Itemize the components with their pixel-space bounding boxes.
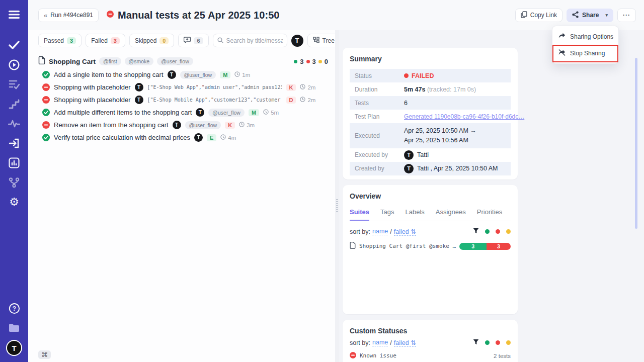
- tab-assignees[interactable]: Assignees: [436, 206, 466, 221]
- tree-view-icon: [313, 37, 319, 45]
- sort-name-link[interactable]: name: [372, 339, 388, 346]
- comments-count-badge: 6: [194, 37, 203, 44]
- tab-priorities[interactable]: Priorities: [477, 206, 503, 221]
- test-title[interactable]: Add multiple different items to the shop…: [54, 109, 192, 116]
- overview-suite-row[interactable]: Shopping Cart @first @smoke … 3 3: [350, 242, 511, 251]
- tab-labels[interactable]: Labels: [405, 206, 424, 221]
- test-plan-link[interactable]: Generated 1190e08b-ca96-4f26-b10f-d6dc…: [404, 113, 524, 120]
- test-row[interactable]: Add multiple different items to the shop…: [28, 106, 335, 119]
- overview-card: Overview Suites Tags Labels Assignees Pr…: [343, 185, 518, 314]
- user-avatar[interactable]: T: [7, 341, 21, 355]
- custom-status-row[interactable]: Known issue 2 tests: [350, 351, 511, 360]
- sort-failed-link[interactable]: failed ⇅: [394, 339, 416, 347]
- command-key-badge[interactable]: ⌘: [38, 350, 51, 359]
- more-options-button[interactable]: ···: [617, 9, 636, 22]
- passed-filter-button[interactable]: Passed 3: [38, 34, 82, 47]
- share-caret-icon[interactable]: ▾: [605, 13, 608, 18]
- skipped-toggle-dot[interactable]: [506, 340, 511, 345]
- summary-label: Status: [355, 72, 404, 79]
- sort-name-link[interactable]: name: [372, 228, 388, 235]
- search-icon: [217, 36, 223, 45]
- passed-filter-label: Passed: [44, 37, 64, 44]
- filter-funnel-icon[interactable]: [473, 339, 479, 346]
- sort-separator: /: [390, 228, 391, 235]
- failed-filter-button[interactable]: Failed 3: [86, 34, 125, 47]
- test-plans-icon[interactable]: [8, 78, 21, 91]
- sharing-options-menu-item[interactable]: Sharing Options: [552, 28, 618, 45]
- run-id-label: Run #494ce891: [50, 12, 93, 19]
- failed-toggle-dot[interactable]: [496, 229, 500, 234]
- tab-tags[interactable]: Tags: [380, 206, 394, 221]
- analytics-icon[interactable]: [8, 156, 21, 169]
- skipped-dot-icon: [318, 60, 322, 63]
- branch-icon[interactable]: [8, 176, 21, 189]
- runs-play-icon[interactable]: [8, 58, 21, 71]
- back-to-run-button[interactable]: « Run #494ce891: [38, 9, 99, 22]
- overview-suite-name[interactable]: Shopping Cart @first @smoke …: [359, 243, 456, 249]
- sort-separator: /: [390, 339, 391, 346]
- test-row[interactable]: Remove an item from the shopping cart T …: [28, 119, 335, 131]
- help-icon[interactable]: ?: [8, 302, 21, 315]
- skipped-filter-button[interactable]: Skipped 0: [129, 34, 175, 47]
- overview-heading: Overview: [350, 192, 511, 200]
- suite-tag[interactable]: @first: [99, 57, 121, 65]
- share-button[interactable]: Share ▾: [567, 9, 613, 22]
- suite-header[interactable]: Shopping Cart @first @smoke @user_flow 3…: [28, 51, 335, 68]
- test-row[interactable]: Shopping with placeholder T ["E-Shop Web…: [28, 81, 335, 94]
- search-input[interactable]: [226, 37, 283, 44]
- test-letter-badge: M: [220, 71, 230, 78]
- test-row[interactable]: Shopping with placeholder T ["E-Shop Mob…: [28, 94, 335, 106]
- share-label: Share: [582, 12, 599, 19]
- import-icon[interactable]: [8, 137, 21, 150]
- test-list-pane: Passed 3 Failed 3 Skipped 0 6 T: [28, 30, 335, 362]
- failed-toggle-dot[interactable]: [496, 340, 500, 345]
- clock-icon: [220, 134, 226, 141]
- pane-resizer[interactable]: [335, 30, 339, 362]
- test-tag[interactable]: @user_flow: [208, 109, 245, 117]
- skipped-toggle-dot[interactable]: [506, 229, 511, 234]
- comments-filter-button[interactable]: 6: [178, 34, 208, 47]
- test-title[interactable]: Verify total price calculation with deci…: [54, 134, 190, 141]
- sharing-options-label: Sharing Options: [570, 33, 613, 40]
- test-letter-badge: M: [249, 109, 259, 116]
- summary-label: Created by: [355, 165, 404, 172]
- settings-gear-icon[interactable]: ⚙: [8, 196, 21, 209]
- custom-status-name[interactable]: Known issue: [360, 352, 396, 359]
- filter-funnel-icon[interactable]: [473, 228, 479, 235]
- assignee-avatar[interactable]: T: [291, 35, 303, 47]
- steps-icon[interactable]: [8, 98, 21, 111]
- suite-tag[interactable]: @smoke: [125, 57, 154, 65]
- passed-toggle-dot[interactable]: [485, 229, 490, 234]
- test-avatar: T: [196, 108, 204, 117]
- passed-toggle-dot[interactable]: [485, 340, 490, 345]
- projects-folder-icon[interactable]: [8, 321, 21, 334]
- passed-bar-segment: 3: [459, 243, 487, 250]
- failed-count-badge: 3: [111, 37, 120, 44]
- tab-suites[interactable]: Suites: [350, 206, 369, 221]
- menu-icon[interactable]: [8, 8, 21, 21]
- test-title[interactable]: Remove an item from the shopping cart: [54, 121, 169, 129]
- test-title[interactable]: Shopping with placeholder: [54, 96, 131, 104]
- sharing-options-icon: [558, 33, 566, 40]
- test-title[interactable]: Shopping with placeholder: [54, 83, 131, 91]
- test-title[interactable]: Add a single item to the shopping cart: [54, 71, 164, 78]
- stop-sharing-menu-item[interactable]: Stop Sharing: [552, 45, 618, 61]
- executed-start: Apr 25, 2025 10:50 AM →: [404, 126, 476, 136]
- resizer-grip-icon[interactable]: [336, 199, 338, 212]
- test-letter-badge: K: [225, 122, 235, 129]
- suite-tag[interactable]: @user_flow: [157, 57, 193, 65]
- test-row[interactable]: Verify total price calculation with deci…: [28, 131, 335, 144]
- copy-link-button[interactable]: Copy Link: [515, 9, 562, 22]
- overview-tabs: Suites Tags Labels Assignees Priorities: [350, 206, 511, 221]
- test-tag[interactable]: @user_flow: [180, 71, 216, 79]
- vertical-scrollbar[interactable]: [635, 58, 637, 229]
- copy-link-label: Copy Link: [530, 12, 557, 19]
- test-letter-badge: K: [286, 84, 296, 91]
- tests-check-icon[interactable]: [8, 39, 21, 52]
- sort-failed-link[interactable]: failed ⇅: [394, 228, 416, 236]
- test-row[interactable]: Add a single item to the shopping cart T…: [28, 68, 335, 81]
- pulse-icon[interactable]: [8, 117, 21, 130]
- test-tag[interactable]: @user_flow: [185, 121, 221, 129]
- test-letter-badge: D: [286, 97, 296, 104]
- suite-name[interactable]: Shopping Cart: [49, 58, 96, 65]
